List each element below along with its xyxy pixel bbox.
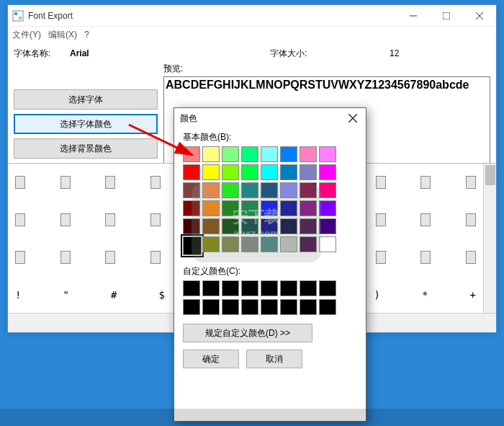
color-swatch[interactable] (222, 182, 239, 198)
custom-color-swatch[interactable] (319, 299, 336, 315)
color-swatch[interactable] (319, 182, 336, 198)
custom-color-swatch[interactable] (300, 280, 317, 296)
color-swatch[interactable] (280, 146, 297, 162)
select-bg-color-button[interactable]: 选择背景颜色 (14, 138, 158, 159)
close-button[interactable] (463, 5, 496, 27)
glyph-char[interactable]: # (111, 289, 117, 301)
color-swatch[interactable] (280, 236, 297, 252)
color-swatch[interactable] (241, 164, 258, 180)
glyph-cell[interactable] (466, 176, 476, 189)
color-swatch[interactable] (202, 146, 220, 162)
menu-help[interactable]: ? (84, 30, 89, 40)
color-swatch[interactable] (261, 182, 278, 198)
color-swatch[interactable] (300, 236, 317, 252)
color-swatch[interactable] (280, 218, 297, 234)
glyph-cell[interactable] (60, 251, 71, 264)
glyph-cell[interactable] (60, 213, 71, 226)
custom-color-swatch[interactable] (222, 299, 239, 315)
color-swatch[interactable] (280, 164, 297, 180)
color-swatch[interactable] (183, 200, 200, 216)
glyph-cell[interactable] (420, 251, 431, 264)
color-swatch[interactable] (300, 146, 317, 162)
color-swatch[interactable] (241, 218, 258, 234)
color-swatch[interactable] (319, 164, 336, 180)
color-swatch[interactable] (202, 236, 220, 252)
glyph-cell[interactable] (15, 213, 25, 226)
custom-color-swatch[interactable] (280, 280, 297, 296)
cancel-button[interactable]: 取消 (246, 350, 302, 368)
glyph-cell[interactable] (105, 176, 115, 189)
color-swatch[interactable] (319, 146, 336, 162)
color-swatch[interactable] (241, 200, 258, 216)
color-swatch[interactable] (319, 200, 336, 216)
glyph-cell[interactable] (105, 213, 115, 226)
color-swatch[interactable] (280, 200, 297, 216)
glyph-char[interactable]: $ (159, 289, 165, 301)
color-swatch[interactable] (183, 236, 202, 255)
maximize-button[interactable] (430, 5, 463, 27)
color-swatch[interactable] (241, 146, 258, 162)
minimize-button[interactable] (397, 5, 430, 27)
color-swatch[interactable] (319, 218, 336, 234)
color-swatch[interactable] (202, 182, 220, 198)
glyph-cell[interactable] (420, 213, 431, 226)
glyph-char[interactable]: " (63, 289, 69, 301)
custom-color-swatch[interactable] (300, 299, 317, 315)
color-swatch[interactable] (261, 236, 278, 252)
color-swatch[interactable] (183, 146, 200, 162)
color-swatch[interactable] (261, 146, 278, 162)
glyph-cell[interactable] (15, 251, 25, 264)
ok-button[interactable]: 确定 (183, 350, 239, 368)
color-swatch[interactable] (261, 164, 278, 180)
glyph-cell[interactable] (466, 251, 476, 264)
glyph-char[interactable]: + (470, 289, 476, 301)
color-swatch[interactable] (300, 200, 317, 216)
custom-color-swatch[interactable] (183, 299, 200, 315)
define-custom-color-button[interactable]: 规定自定义颜色(D) >> (183, 324, 312, 342)
color-swatch[interactable] (261, 200, 278, 216)
custom-color-swatch[interactable] (241, 280, 258, 296)
glyph-cell[interactable] (420, 176, 431, 189)
custom-color-swatch[interactable] (202, 280, 220, 296)
glyph-cell[interactable] (376, 251, 386, 264)
glyph-char[interactable]: ) (374, 289, 380, 301)
glyph-cell[interactable] (105, 251, 115, 264)
color-swatch[interactable] (202, 218, 220, 234)
glyph-cell[interactable] (376, 176, 386, 189)
color-swatch[interactable] (222, 164, 239, 180)
color-swatch[interactable] (241, 182, 258, 198)
select-font-button[interactable]: 选择字体 (14, 89, 158, 110)
custom-color-swatch[interactable] (202, 299, 220, 315)
color-swatch[interactable] (300, 164, 317, 180)
color-swatch[interactable] (261, 218, 278, 234)
color-swatch[interactable] (183, 182, 200, 198)
select-font-color-button[interactable]: 选择字体颜色 (14, 114, 158, 134)
color-swatch[interactable] (202, 200, 220, 216)
color-swatch[interactable] (202, 164, 220, 180)
glyph-cell[interactable] (150, 213, 161, 226)
custom-color-swatch[interactable] (183, 280, 200, 296)
color-swatch[interactable] (222, 146, 239, 162)
color-swatch[interactable] (222, 236, 239, 252)
color-swatch[interactable] (280, 182, 297, 198)
color-swatch[interactable] (300, 218, 317, 234)
color-swatch[interactable] (300, 182, 317, 198)
color-swatch[interactable] (183, 218, 200, 234)
glyph-cell[interactable] (150, 176, 161, 189)
color-dialog-close-button[interactable] (346, 111, 360, 125)
custom-color-swatch[interactable] (261, 299, 278, 315)
vertical-scrollbar[interactable] (483, 164, 496, 314)
custom-color-swatch[interactable] (261, 280, 278, 296)
custom-color-swatch[interactable] (241, 299, 258, 315)
menu-file[interactable]: 文件(Y) (12, 29, 41, 41)
glyph-cell[interactable] (15, 176, 25, 189)
color-swatch[interactable] (319, 236, 336, 252)
glyph-char[interactable]: * (422, 289, 428, 301)
color-swatch[interactable] (183, 164, 200, 180)
menu-edit[interactable]: 编辑(X) (48, 29, 77, 41)
custom-color-swatch[interactable] (319, 280, 336, 296)
glyph-char[interactable]: ! (15, 289, 21, 301)
glyph-cell[interactable] (60, 176, 71, 189)
color-swatch[interactable] (241, 236, 258, 252)
color-swatch[interactable] (222, 200, 239, 216)
